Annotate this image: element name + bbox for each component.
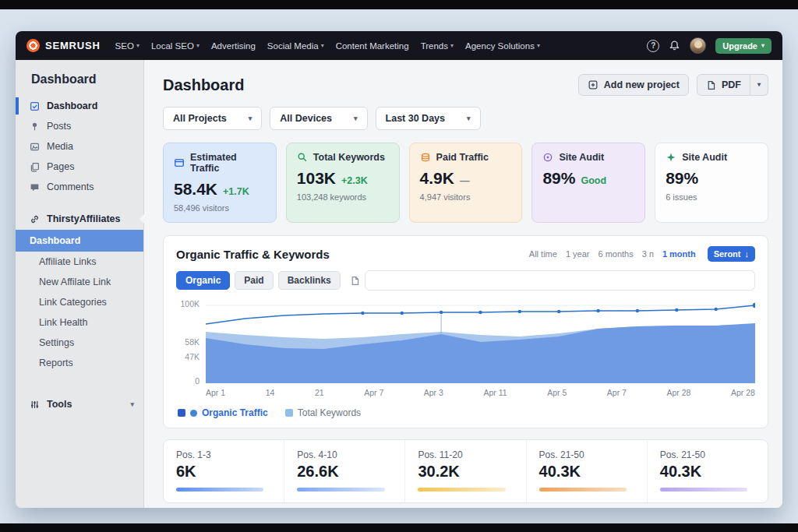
letterbox-top: [0, 0, 798, 9]
document-icon[interactable]: [350, 276, 360, 286]
tab-backlinks[interactable]: Backlinks: [278, 271, 341, 290]
app-window: SEMRUSH SEO ▾ Local SEO ▾ Advertising So…: [16, 31, 782, 508]
nav-item-label: Social Media: [267, 41, 319, 51]
devices-filter[interactable]: All Devices ▾: [270, 107, 367, 130]
stat-card-site-audit[interactable]: Site Audit 89% Good: [531, 143, 645, 223]
sidebar-item-plugin-dashboard[interactable]: Dashboard: [16, 230, 143, 252]
nav-item-content-marketing[interactable]: Content Marketing: [336, 41, 409, 51]
sidebar-item-pages[interactable]: Pages: [16, 157, 143, 177]
pdf-button[interactable]: PDF: [697, 74, 750, 96]
position-label: Pos. 4-10: [297, 449, 392, 460]
stat-card-paid-traffic[interactable]: Paid Traffic 4.9K — 4,947 visitors: [409, 143, 523, 223]
chevron-down-icon: ▾: [467, 115, 471, 122]
stat-card-subtext: 58,496 visitors: [174, 203, 266, 213]
nav-item-advertising[interactable]: Advertising: [211, 41, 256, 51]
range-1-month[interactable]: 1 month: [662, 249, 696, 259]
sidebar-item-media[interactable]: Media: [16, 136, 143, 157]
stat-card-title: Site Audit: [682, 152, 727, 163]
semrush-logo[interactable]: SEMRUSH: [26, 39, 101, 52]
time-range-selector: All time 1 year 6 months 3 п 1 month Ser…: [529, 246, 755, 262]
legend-total-keywords[interactable]: Total Keywords: [285, 407, 361, 418]
sidebar-item-tools[interactable]: Tools ▾: [16, 393, 143, 415]
x-axis-label: Apr 5: [547, 388, 567, 397]
bell-icon[interactable]: [669, 40, 680, 51]
nav-item-social-media[interactable]: Social Media ▾: [267, 41, 324, 51]
legend-organic-traffic[interactable]: Organic Traffic: [178, 407, 268, 418]
chart-toolbar-strip[interactable]: [365, 270, 755, 291]
upgrade-button[interactable]: Upgrade ▾: [715, 38, 772, 54]
range-3-months[interactable]: 3 п: [642, 249, 654, 259]
stat-card-total-keywords[interactable]: Total Keywords 103K +2.3K 103,248 keywor…: [286, 143, 400, 223]
projects-filter[interactable]: All Projects ▾: [163, 107, 262, 130]
position-card-11-20: Pos. 11-20 30.2K: [404, 440, 525, 502]
x-axis-label: 21: [315, 388, 324, 397]
position-bar: [297, 488, 384, 491]
position-value: 6K: [176, 463, 271, 481]
range-1-year[interactable]: 1 year: [566, 249, 590, 259]
y-axis-label: 100K: [180, 299, 200, 308]
sidebar-item-thirstyaffiliates[interactable]: ThirstyAffiliates: [16, 208, 143, 230]
tab-organic[interactable]: Organic: [176, 271, 230, 290]
x-axis-label: Apr 1: [206, 388, 225, 397]
help-icon[interactable]: ?: [647, 40, 659, 52]
nav-item-local-seo[interactable]: Local SEO ▾: [151, 41, 200, 51]
stat-card-value: 89%: [666, 169, 698, 188]
filter-value: All Devices: [280, 113, 332, 124]
sidebar-item-link-categories[interactable]: Link Categories: [16, 292, 143, 312]
page-title: Dashboard: [163, 76, 244, 94]
pdf-dropdown-button[interactable]: ▾: [750, 74, 768, 96]
browser-window-icon: [174, 157, 185, 168]
sidebar-item-label: Pages: [47, 161, 74, 172]
sidebar-item-reports[interactable]: Reports: [16, 353, 143, 373]
sidebar-item-label: Dashboard: [47, 100, 97, 111]
x-axis-label: Apr 3: [424, 388, 443, 397]
nav-item-agency-solutions[interactable]: Agency Solutions ▾: [465, 41, 540, 51]
date-range-filter[interactable]: Last 30 Days ▾: [376, 107, 481, 130]
sidebar-item-comments[interactable]: Comments: [16, 177, 143, 197]
legend-square-swatch: [285, 409, 293, 417]
nav-item-label: Agency Solutions: [465, 41, 535, 51]
tab-paid[interactable]: Paid: [235, 271, 273, 290]
add-new-project-button[interactable]: Add new project: [578, 74, 689, 96]
range-6-months[interactable]: 6 months: [598, 249, 633, 259]
nav-item-label: Advertising: [211, 41, 256, 51]
legend-label: Organic Traffic: [202, 407, 268, 418]
sidebar-item-link-health[interactable]: Link Health: [16, 312, 143, 333]
nav-item-seo[interactable]: SEO ▾: [115, 41, 139, 51]
check-square-icon: [30, 101, 40, 111]
export-label: Seront: [714, 249, 741, 259]
user-avatar[interactable]: [690, 37, 706, 54]
stat-card-estimated-traffic[interactable]: Estimated Traffic 58.4K +1.7K 58,496 vis…: [163, 143, 277, 223]
legend-label: Total Keywords: [298, 407, 361, 418]
stat-card-site-audit-issues[interactable]: Site Audit 89% 6 issues: [655, 143, 768, 223]
position-bar: [539, 488, 627, 491]
x-axis-label: Apr 28: [731, 388, 755, 397]
chart-plot-area: [206, 301, 755, 383]
x-axis-label: Apr 7: [364, 388, 383, 397]
nav-item-trends[interactable]: Trends ▾: [421, 41, 454, 51]
y-axis: 100K 58K 47K 0: [176, 301, 206, 383]
nav-item-label: Trends: [421, 41, 448, 51]
sidebar-item-posts[interactable]: Posts: [16, 116, 143, 136]
sidebar-item-new-affiliate-link[interactable]: New Affilate Link: [16, 272, 143, 292]
legend-dot-swatch: [190, 410, 197, 417]
sidebar-item-dashboard[interactable]: Dashboard: [16, 96, 143, 116]
sidebar: Dashboard Dashboard Posts: [16, 60, 144, 508]
stat-card-subtext: [542, 192, 634, 203]
top-nav: SEMRUSH SEO ▾ Local SEO ▾ Advertising So…: [16, 31, 782, 60]
stat-card-subtext: 103,248 keywords: [297, 192, 389, 203]
nav-right-cluster: ? Upgrade ▾: [647, 37, 772, 54]
sidebar-item-settings[interactable]: Settings: [16, 333, 143, 353]
range-all-time[interactable]: All time: [529, 249, 557, 259]
sidebar-item-affiliate-links[interactable]: Affiliate Links: [16, 252, 143, 272]
organic-traffic-area: [206, 323, 755, 383]
x-axis-label: Apr 28: [666, 388, 690, 397]
export-button[interactable]: Seront ↓: [708, 246, 755, 262]
position-summary-row: Pos. 1-3 6K Pos. 4-10 26.6K Pos. 11-20 3…: [163, 439, 768, 503]
position-bar: [660, 488, 747, 491]
chart-legend: Organic Traffic Total Keywords: [176, 407, 755, 418]
sidebar-plugin-label: ThirstyAffiliates: [47, 213, 120, 224]
chart-tabs: Organic Paid Backlinks: [176, 270, 755, 291]
header-actions: Add new project PDF ▾: [578, 74, 768, 96]
x-axis-label: Apr 11: [483, 388, 507, 397]
